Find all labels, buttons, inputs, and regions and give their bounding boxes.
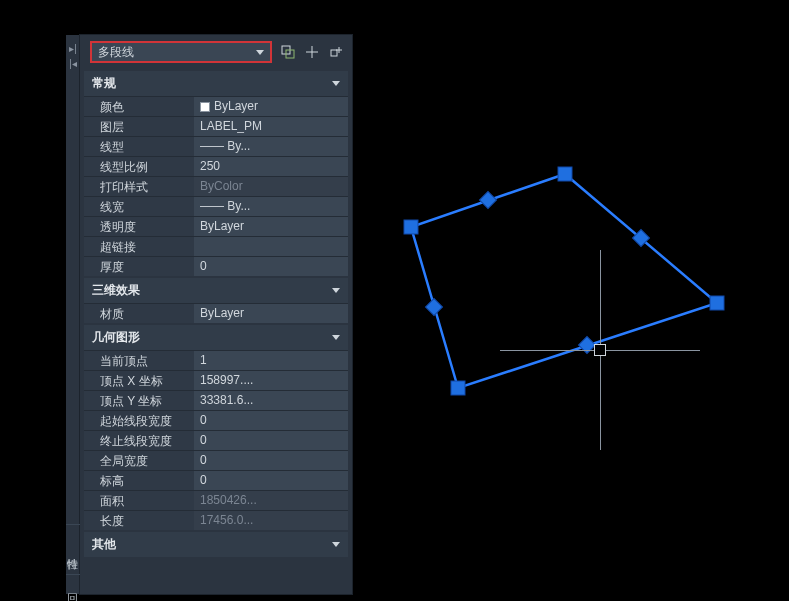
palette-collapse-arrows[interactable]: ▸||◂	[66, 43, 80, 73]
prop-key: 超链接	[84, 237, 194, 256]
prop-key: 当前顶点	[84, 351, 194, 370]
object-type-dropdown[interactable]: 多段线	[90, 41, 272, 63]
prop-row-hyperlink: 超链接	[84, 236, 348, 256]
prop-key: 图层	[84, 117, 194, 136]
prop-value[interactable]: ByLayer	[194, 304, 348, 323]
prop-value[interactable]: LABEL_PM	[194, 117, 348, 136]
prop-row-end-width: 终止线段宽度0	[84, 430, 348, 450]
prop-key: 线型比例	[84, 157, 194, 176]
prop-row-plotstyle: 打印样式ByColor	[84, 176, 348, 196]
prop-key: 透明度	[84, 217, 194, 236]
prop-value[interactable]: 0	[194, 431, 348, 450]
prop-value[interactable]: 0	[194, 257, 348, 276]
prop-key: 长度	[84, 511, 194, 530]
prop-value[interactable]: ByLayer	[194, 97, 348, 116]
prop-row-length: 长度17456.0...	[84, 510, 348, 530]
section-title: 三维效果	[92, 282, 140, 299]
prop-value[interactable]: 250	[194, 157, 348, 176]
prop-row-color: 颜色 ByLayer	[84, 96, 348, 116]
toggle-pickadd-icon[interactable]	[328, 44, 344, 60]
section-title: 常规	[92, 75, 116, 92]
vertex-grip[interactable]	[451, 381, 465, 395]
prop-value[interactable]: 33381.6...	[194, 391, 348, 410]
prop-key: 线型	[84, 137, 194, 156]
palette-rail	[66, 35, 80, 594]
prop-value: 17456.0...	[194, 511, 348, 530]
select-objects-icon[interactable]	[304, 44, 320, 60]
chevron-down-icon	[332, 81, 340, 86]
prop-key: 面积	[84, 491, 194, 510]
prop-row-material: 材质ByLayer	[84, 303, 348, 323]
section-other[interactable]: 其他	[84, 532, 348, 557]
vertex-grip[interactable]	[710, 296, 724, 310]
chevron-down-icon	[332, 335, 340, 340]
section-title: 几何图形	[92, 329, 140, 346]
prop-key: 顶点 X 坐标	[84, 371, 194, 390]
palette-tab[interactable]: 特性	[66, 524, 80, 574]
prop-value[interactable]: 0	[194, 471, 348, 490]
vertex-grip[interactable]	[558, 167, 572, 181]
properties-palette: ▸||◂ 特性 回 多段线 常规	[79, 34, 353, 595]
chevron-down-icon	[332, 288, 340, 293]
color-swatch-icon	[200, 102, 210, 112]
prop-row-thickness: 厚度0	[84, 256, 348, 276]
prop-key: 顶点 Y 坐标	[84, 391, 194, 410]
section-title: 其他	[92, 536, 116, 553]
prop-row-start-width: 起始线段宽度0	[84, 410, 348, 430]
cursor-pickbox	[594, 344, 606, 356]
chevron-down-icon	[256, 50, 264, 55]
prop-value[interactable]	[194, 237, 348, 256]
prop-row-vertex-x: 顶点 X 坐标158997....	[84, 370, 348, 390]
prop-key: 起始线段宽度	[84, 411, 194, 430]
prop-key: 颜色	[84, 97, 194, 116]
midpoint-grip[interactable]	[480, 192, 497, 209]
prop-row-global-width: 全局宽度0	[84, 450, 348, 470]
object-type-label: 多段线	[98, 44, 134, 61]
prop-value[interactable]: 0	[194, 451, 348, 470]
prop-key: 材质	[84, 304, 194, 323]
prop-row-vertex-y: 顶点 Y 坐标33381.6...	[84, 390, 348, 410]
prop-value[interactable]: —— By...	[194, 197, 348, 216]
section-geometry[interactable]: 几何图形	[84, 325, 348, 350]
prop-value[interactable]: 0	[194, 411, 348, 430]
quick-select-icon[interactable]	[280, 44, 296, 60]
prop-value: ByColor	[194, 177, 348, 196]
section-general[interactable]: 常规	[84, 71, 348, 96]
prop-row-layer: 图层LABEL_PM	[84, 116, 348, 136]
prop-key: 全局宽度	[84, 451, 194, 470]
prop-key: 标高	[84, 471, 194, 490]
prop-row-elevation: 标高0	[84, 470, 348, 490]
vertex-grip[interactable]	[404, 220, 418, 234]
prop-value[interactable]: 158997....	[194, 371, 348, 390]
prop-row-area: 面积1850426...	[84, 490, 348, 510]
prop-row-current-vertex: 当前顶点1	[84, 350, 348, 370]
chevron-down-icon	[332, 542, 340, 547]
prop-value[interactable]: ByLayer	[194, 217, 348, 236]
prop-key: 线宽	[84, 197, 194, 216]
prop-value[interactable]: 1	[194, 351, 348, 370]
prop-row-lineweight: 线宽—— By...	[84, 196, 348, 216]
prop-value: 1850426...	[194, 491, 348, 510]
prop-row-linetype: 线型—— By...	[84, 136, 348, 156]
prop-value[interactable]: —— By...	[194, 137, 348, 156]
prop-row-ltscale: 线型比例250	[84, 156, 348, 176]
section-3d[interactable]: 三维效果	[84, 278, 348, 303]
prop-key: 厚度	[84, 257, 194, 276]
prop-row-transparency: 透明度ByLayer	[84, 216, 348, 236]
svg-marker-0	[411, 174, 717, 388]
prop-key: 打印样式	[84, 177, 194, 196]
prop-key: 终止线段宽度	[84, 431, 194, 450]
svg-rect-5	[331, 50, 337, 56]
midpoint-grip[interactable]	[426, 299, 443, 316]
palette-tab-close[interactable]: 回	[66, 574, 80, 594]
